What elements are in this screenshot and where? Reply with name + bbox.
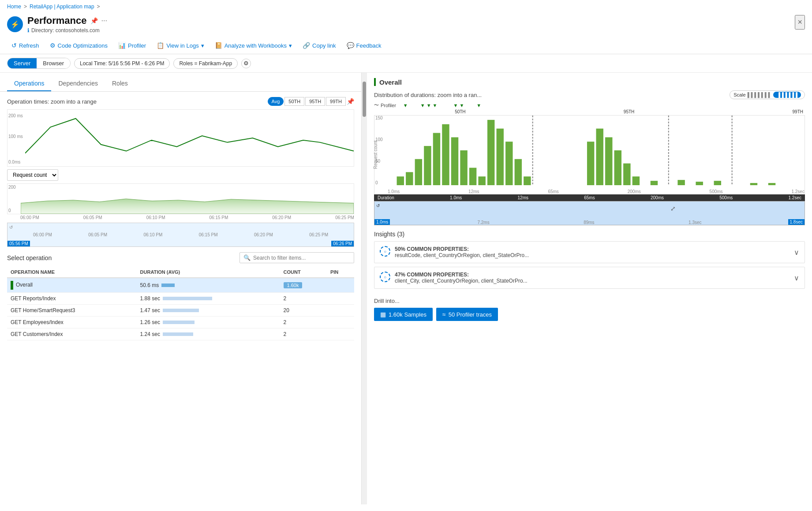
search-input[interactable] <box>253 255 350 261</box>
scrollbar[interactable] <box>362 73 367 504</box>
main-content: Operations Dependencies Roles Operation … <box>0 73 812 504</box>
pin-button[interactable]: 📌 <box>90 17 98 24</box>
op-name-cell: GET Employees/Index <box>7 317 137 328</box>
svg-rect-6 <box>415 159 422 185</box>
y-label-top: 200 ms <box>8 113 23 118</box>
svg-rect-12 <box>469 168 476 186</box>
insight1-props: resultCode, client_CountryOrRegion, clie… <box>395 252 529 258</box>
table-row[interactable]: GET Employees/Index1.26 sec2 <box>7 317 354 328</box>
table-row[interactable]: GET Home/SmartRequest31.47 sec20 <box>7 305 354 317</box>
close-button[interactable]: × <box>795 15 805 30</box>
search-box: 🔍 <box>239 252 354 263</box>
op-duration-cell: 1.47 sec <box>137 305 280 317</box>
op-pin-cell[interactable] <box>327 328 354 340</box>
p95-button[interactable]: 95TH <box>305 97 325 106</box>
view-in-logs-button[interactable]: 📋 View in Logs ▾ <box>152 40 208 51</box>
filter-bar: Server Browser Local Time: 5/16 5:56 PM … <box>0 54 812 73</box>
profiler-icon: 〜 <box>374 102 379 108</box>
distribution-chart: 150 100 50 0 Request count <box>374 115 805 194</box>
roles-filter-label: Roles = Fabrikam-App <box>179 60 232 67</box>
server-browser-toggle: Server Browser <box>7 58 71 69</box>
insight-card-1: ○ 50% COMMON PROPERTIES: resultCode, cli… <box>374 241 805 263</box>
filter-icon[interactable]: ⚙ <box>241 59 251 68</box>
copy-link-button[interactable]: 🔗 Copy link <box>298 40 340 51</box>
tab-dependencies[interactable]: Dependencies <box>51 76 105 91</box>
insight2-expand-button[interactable]: ∨ <box>794 274 799 282</box>
search-icon: 🔍 <box>243 254 251 261</box>
refresh-button[interactable]: ↺ Refresh <box>7 40 44 51</box>
svg-rect-27 <box>696 182 703 185</box>
expand-icon[interactable]: ⤢ <box>670 205 676 212</box>
profiler-button[interactable]: 📊 Profiler <box>114 40 150 51</box>
op-count-cell: 2 <box>280 317 327 328</box>
scale-log[interactable]: ▐▐▐▐▐▐ <box>773 92 801 98</box>
table-row[interactable]: GET Reports/Index1.88 sec2 <box>7 293 354 305</box>
scale-label: Scale <box>733 92 746 97</box>
dropdown-icon: ▾ <box>201 42 204 49</box>
samples-icon: ▦ <box>380 311 386 318</box>
feedback-button[interactable]: 💬 Feedback <box>342 40 386 51</box>
more-button[interactable]: ··· <box>101 17 107 25</box>
dist-range-slider[interactable]: ↺ 7.2ms 89ms 1.3sec ⤢ 1.0ms 1.8sec <box>374 201 805 225</box>
op-pin-cell[interactable] <box>327 278 354 293</box>
breadcrumb-home[interactable]: Home <box>7 4 21 10</box>
range2-mid3: 1.3sec <box>689 220 701 225</box>
overall-section: Overall <box>374 78 805 86</box>
op-duration-cell: 50.6 ms <box>137 278 280 293</box>
analyze-workbooks-button[interactable]: 📔 Analyze with Workbooks ▾ <box>210 40 296 51</box>
insight2-props: client_City, client_CountryOrRegion, cli… <box>395 278 528 284</box>
profiler-traces-button[interactable]: ≈ 50 Profiler traces <box>436 308 498 321</box>
op-pin-cell[interactable] <box>327 293 354 305</box>
insight2-pct: 47% COMMON PROPERTIES: <box>395 272 528 278</box>
operation-times-chart: 200 ms 100 ms 0.0ms <box>7 109 354 167</box>
svg-rect-14 <box>487 120 494 185</box>
p99-marker: 99TH <box>793 109 803 114</box>
samples-button[interactable]: ▦ 1.60k Samples <box>374 308 433 321</box>
p99-button[interactable]: 99TH <box>326 97 346 106</box>
svg-rect-28 <box>714 181 721 185</box>
svg-rect-13 <box>478 176 485 185</box>
table-row[interactable]: GET Customers/Index1.24 sec2 <box>7 328 354 340</box>
duration-label: Duration <box>378 195 394 200</box>
range2-mid1: 7.2ms <box>477 220 489 225</box>
svg-rect-19 <box>587 142 594 185</box>
svg-rect-5 <box>406 172 413 185</box>
op-name-cell: GET Customers/Index <box>7 328 137 340</box>
browser-tab[interactable]: Browser <box>37 58 70 68</box>
svg-rect-23 <box>623 164 630 185</box>
refresh-icon: ↺ <box>11 42 17 49</box>
profiler-traces-icon: ≈ <box>442 311 446 318</box>
request-count-dropdown[interactable]: Request count <box>7 169 58 181</box>
op-pin-cell[interactable] <box>327 305 354 317</box>
range-thumb-right[interactable]: 06:26 PM <box>331 241 354 246</box>
time-range-slider[interactable]: ↺ 06:00 PM 06:05 PM 06:10 PM 06:15 PM 06… <box>7 223 354 247</box>
roles-filter[interactable]: Roles = Fabrikam-App <box>173 58 238 69</box>
chart-pin-button[interactable]: 📌 <box>347 98 354 105</box>
svg-rect-9 <box>442 124 449 185</box>
chart-section: Operation times: zoom into a range Avg 5… <box>0 92 361 249</box>
toolbar: ↺ Refresh ⚙ Code Optimizations 📊 Profile… <box>0 37 812 54</box>
scale-toggle[interactable]: Scale ▌▌▌▌▌▌▌ ▐▐▐▐▐▐ <box>730 90 805 99</box>
range-thumb-left[interactable]: 05:56 PM <box>7 241 30 246</box>
server-tab[interactable]: Server <box>7 58 37 68</box>
mini-y-zero: 0 <box>8 208 11 213</box>
p50-button[interactable]: 50TH <box>284 97 304 106</box>
feedback-icon: 💬 <box>347 42 354 49</box>
tab-operations[interactable]: Operations <box>7 76 51 91</box>
insight1-expand-button[interactable]: ∨ <box>794 248 799 257</box>
table-row[interactable]: Overall50.6 ms1.60k <box>7 278 354 293</box>
scale-linear[interactable]: ▌▌▌▌▌▌▌ <box>748 92 772 97</box>
scrollbar-thumb[interactable] <box>363 82 366 117</box>
tab-roles[interactable]: Roles <box>105 76 135 91</box>
code-optimizations-button[interactable]: ⚙ Code Optimizations <box>45 40 112 51</box>
operations-title: Select operation <box>7 254 52 261</box>
breadcrumb-retailapp[interactable]: RetailApp | Application map <box>30 4 94 10</box>
avg-button[interactable]: Avg <box>268 97 284 106</box>
col-name-header: OPERATION NAME <box>7 267 137 278</box>
time-filter[interactable]: Local Time: 5/16 5:56 PM - 6:26 PM <box>74 58 170 69</box>
dist-range-thumb-right[interactable]: 1.8sec <box>788 219 805 225</box>
dist-range-thumb-left[interactable]: 1.0ms <box>374 219 390 225</box>
svg-rect-21 <box>605 137 612 185</box>
op-pin-cell[interactable] <box>327 317 354 328</box>
page-header: ⚡ Performance 📌 ··· ℹ Directory: contoso… <box>0 13 812 37</box>
